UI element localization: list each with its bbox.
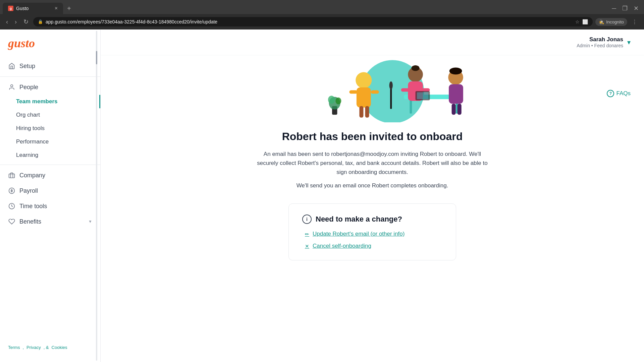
scroll-track [96,31,97,361]
house-icon [8,62,15,70]
faqs-icon: ? [607,90,614,97]
dollar-icon [8,187,15,194]
invite-description: An email has been sent to robertjonas@mo… [255,149,490,177]
app-header: Sarah Jonas Admin • Feed donares ▾ [101,29,644,55]
svg-rect-10 [349,90,357,94]
minimize-button[interactable]: ─ [609,4,619,13]
change-card-title: Need to make a change? [316,215,402,224]
benefits-expand-icon: ▼ [88,219,92,224]
sidebar-item-learning[interactable]: Learning [8,148,100,162]
sidebar-item-benefits[interactable]: Benefits ▼ [0,214,100,229]
person-icon [8,83,15,91]
privacy-link[interactable]: Privacy [26,345,41,350]
cast-icon: ⬜ [582,19,588,24]
svg-point-27 [335,98,341,105]
user-name: Sarah Jonas [577,36,623,43]
change-card-links: ✏ Update Robert's email (or other info) … [302,231,442,249]
content-area: Robert has been invited to onboard An em… [101,55,644,274]
new-tab-button[interactable]: + [64,3,74,14]
sidebar-item-people[interactable]: People [0,79,100,95]
svg-rect-1 [9,174,15,178]
update-email-label: Update Robert's email (or other info) [313,231,405,237]
sidebar-footer: Terms , Privacy , & Cookies [0,340,100,355]
onboarding-illustration [272,55,473,122]
user-menu[interactable]: Sarah Jonas Admin • Feed donares ▾ [577,36,631,48]
sidebar-item-company[interactable]: Company [0,168,100,183]
update-email-link[interactable]: ✏ Update Robert's email (or other info) [305,231,442,237]
sidebar-item-payroll[interactable]: Payroll [0,183,100,198]
sidebar: gusto Setup People Team members Org char… [0,29,101,362]
sidebar-payroll-label: Payroll [19,187,38,194]
sidebar-company-label: Company [19,172,45,179]
svg-rect-9 [357,87,371,108]
user-details: Sarah Jonas Admin • Feed donares [577,36,623,48]
maximize-button[interactable]: ❐ [620,4,630,13]
sidebar-benefits-label: Benefits [19,218,41,225]
back-button[interactable]: ‹ [4,17,10,27]
footer-sep2: , & [44,345,49,350]
sidebar-people-label: People [19,84,38,91]
sidebar-item-org-chart[interactable]: Org chart [8,108,100,122]
svg-point-8 [356,72,372,88]
lock-icon: 🔒 [38,19,43,24]
svg-rect-22 [452,104,456,115]
pencil-icon: ✏ [305,231,309,237]
extensions-button[interactable]: ⋮ [629,17,640,26]
tab-bar: g Gusto × + ─ ❐ ✕ [0,0,644,14]
svg-rect-29 [417,92,428,99]
sidebar-time-tools-label: Time tools [19,203,47,210]
cancel-onboarding-link[interactable]: ✕ Cancel self-onboarding [305,243,442,249]
faqs-button[interactable]: ? FAQs [607,90,631,97]
bookmark-icon: ☆ [575,19,580,24]
svg-point-26 [328,96,335,104]
scroll-thumb [96,51,97,64]
app: gusto Setup People Team members Org char… [0,29,644,362]
info-icon: i [302,215,312,224]
terms-link[interactable]: Terms [8,345,20,350]
sidebar-item-setup[interactable]: Setup [0,58,100,74]
tab-favicon: g [8,6,13,11]
sidebar-item-time-tools[interactable]: Time tools [0,198,100,214]
invite-title: Robert has been invited to onboard [282,130,463,143]
cancel-onboarding-label: Cancel self-onboarding [313,243,371,249]
sidebar-scrollbar[interactable] [96,29,98,362]
sidebar-people-submenu: Team members Org chart Hiring tools Perf… [0,95,100,162]
browser-chrome: g Gusto × + ─ ❐ ✕ ‹ › ↻ 🔒 ☆ ⬜ 🕵 Incognit… [0,0,644,29]
svg-rect-23 [458,104,462,115]
incognito-icon: 🕵 [599,19,604,24]
window-controls: ─ ❐ ✕ [609,4,641,13]
svg-rect-30 [390,86,392,109]
svg-point-15 [412,65,420,71]
svg-rect-21 [449,84,463,104]
x-icon: ✕ [305,243,309,249]
svg-point-0 [11,85,13,87]
close-tab-button[interactable]: × [55,5,58,11]
reload-button[interactable]: ↻ [21,17,31,27]
tab-title: Gusto [16,6,29,11]
close-window-button[interactable]: ✕ [631,4,641,13]
gusto-logo: gusto [8,37,35,50]
sidebar-item-hiring-tools[interactable]: Hiring tools [8,122,100,135]
heart-icon [8,218,15,225]
svg-rect-11 [371,90,379,94]
svg-rect-17 [401,88,410,92]
faqs-label: FAQs [616,90,631,97]
svg-rect-12 [359,106,363,117]
sidebar-item-team-members[interactable]: Team members [8,95,100,108]
main-content: Sarah Jonas Admin • Feed donares ▾ ? FAQ… [101,29,644,362]
incognito-label: Incognito [606,19,624,24]
invite-followup: We'll send you an email once Robert comp… [297,181,448,190]
svg-point-31 [389,81,393,89]
sidebar-item-performance[interactable]: Performance [8,135,100,148]
browser-actions: 🕵 Incognito ⋮ [595,17,640,26]
user-menu-chevron: ▾ [627,38,631,46]
svg-point-20 [449,68,462,75]
change-card: i Need to make a change? ✏ Update Robert… [288,203,456,260]
footer-links: Terms , Privacy , & Cookies [8,345,92,350]
address-bar[interactable]: 🔒 ☆ ⬜ [33,17,593,26]
active-tab[interactable]: g Gusto × [3,3,63,14]
cookies-link[interactable]: Cookies [52,345,67,350]
forward-button[interactable]: › [13,17,19,27]
svg-rect-13 [365,106,369,117]
url-input[interactable] [46,19,573,24]
